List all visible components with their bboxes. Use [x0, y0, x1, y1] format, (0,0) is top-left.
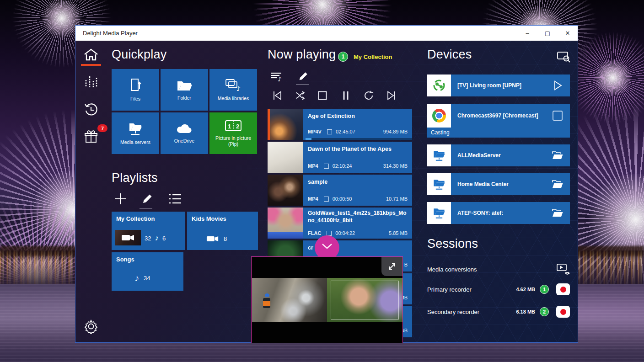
edit-playlist-button[interactable] [140, 191, 155, 207]
stop-casting-button[interactable] [552, 110, 564, 122]
recorder-count-badge: 1 [540, 285, 549, 294]
media-libraries-icon: ♪ [225, 78, 242, 92]
network-folder-icon [427, 202, 451, 224]
queue-icon[interactable]: ♪ [269, 70, 284, 83]
previous-button[interactable] [270, 89, 284, 102]
media-conversions-label: Media conversions [427, 266, 477, 273]
maximize-button[interactable]: ▢ [537, 26, 558, 41]
media-format: MP4 [308, 196, 318, 202]
media-duration: 02:10:24 [333, 163, 352, 169]
sidebar-item-home[interactable] [82, 46, 100, 64]
now-playing-count-badge: 1 [338, 52, 348, 62]
svg-text:♪: ♪ [278, 76, 281, 82]
tile-label: Files [130, 96, 140, 102]
sidebar-item-history[interactable] [82, 101, 100, 119]
quickplay-tile-pip[interactable]: 12 Picture in picture (Pip) [209, 112, 257, 154]
device-row-home-media-center[interactable]: Home Media Center [427, 173, 570, 195]
pip-video-frame [327, 278, 402, 322]
playlist-name: My Collection [116, 215, 155, 222]
stop-state-icon [327, 129, 332, 134]
recorder-size: 4.62 MB [516, 287, 535, 292]
chevron-down-icon [321, 243, 333, 250]
repeat-button[interactable] [362, 89, 376, 102]
media-size: 314.30 MB [383, 163, 408, 169]
edit-queue-button[interactable] [296, 69, 311, 83]
playlist-tile-my-collection[interactable]: My Collection 32 ♪ 6 [112, 212, 185, 250]
sidebar-item-settings[interactable] [82, 317, 100, 335]
media-conversions-row[interactable]: Media conversions [427, 262, 570, 276]
minimize-button[interactable]: – [517, 26, 537, 41]
stop-button[interactable] [316, 89, 329, 102]
close-button[interactable]: ✕ [558, 26, 578, 41]
playback-progress[interactable] [306, 138, 412, 140]
recorder-name: Primary recorder [427, 286, 472, 293]
browse-server-button[interactable] [552, 178, 564, 190]
browse-server-button[interactable] [552, 149, 564, 161]
stop-state-icon [324, 197, 329, 202]
tile-label: Media servers [120, 139, 150, 145]
video-preview-overlay[interactable] [251, 256, 403, 343]
quickplay-tile-media-libraries[interactable]: ♪ Media libraries [209, 69, 257, 111]
media-size: 994.89 MB [383, 129, 408, 134]
media-format: MP4V [308, 129, 322, 134]
expand-icon [386, 261, 397, 272]
now-playing-playlist-name: My Collection [354, 53, 392, 60]
network-folder-icon [427, 173, 451, 195]
stop-state-icon [324, 164, 329, 169]
shuffle-button[interactable] [293, 89, 307, 102]
onedrive-cloud-icon [175, 122, 193, 135]
tile-label: Folder [177, 95, 191, 101]
browse-server-button[interactable] [552, 207, 564, 219]
tile-label: Picture in picture (Pip) [212, 135, 254, 147]
gift-badge: 7 [97, 124, 107, 132]
video-camera-icon [206, 235, 219, 243]
video-thumbnail [270, 109, 303, 140]
playlist-name: Songs [116, 256, 134, 263]
record-button[interactable] [556, 283, 570, 295]
media-item[interactable]: Dawn of the Planet of the Apes MP4 02:10… [268, 142, 412, 173]
media-conversions-icon[interactable] [556, 263, 570, 275]
device-row-atef-sony[interactable]: ATEF-SONY: atef: [427, 202, 570, 224]
picture-in-picture-icon: 12 [224, 119, 242, 132]
scan-devices-icon[interactable] [556, 50, 571, 64]
expand-preview-button[interactable] [381, 257, 402, 276]
play-on-device-button[interactable] [552, 80, 564, 91]
device-row-chromecast[interactable]: Chromecast3697 [Chromecast] Casting [427, 104, 570, 138]
main-video-frame [252, 278, 327, 322]
sidebar-item-equalizer[interactable] [82, 73, 100, 91]
media-duration: 00:00:50 [333, 196, 352, 202]
media-size: B [404, 262, 408, 267]
add-playlist-button[interactable] [113, 191, 128, 207]
playlist-list-button[interactable] [167, 191, 182, 207]
media-title: sample [308, 178, 408, 186]
recorder-name: Secondary recorder [427, 309, 479, 315]
devices-title: Devices [427, 48, 472, 62]
device-name: Home Media Center [457, 173, 509, 195]
pause-button[interactable] [339, 89, 353, 102]
media-item[interactable]: Age of Extinction MP4V 02:45:07 994.89 M… [268, 109, 412, 140]
media-title: Age of Extinction [308, 112, 408, 120]
climber-figure [265, 293, 269, 297]
video-thumbnail [268, 208, 303, 239]
media-item[interactable]: sample MP4 00:00:50 10.71 MB [268, 175, 412, 206]
playlist-tile-songs[interactable]: Songs ♪ 34 [112, 252, 183, 291]
next-button[interactable] [385, 89, 398, 102]
device-row-tv-living-room[interactable]: [TV] Living room [UPNP] [427, 75, 570, 96]
media-item[interactable]: GoldWave_test1_4m22s_181kbps_Mono_44100H… [268, 208, 412, 239]
playlist-tile-kids-movies[interactable]: Kids Movies 8 [187, 212, 258, 250]
playlist-thumbnail [115, 230, 141, 245]
quickplay-tile-files[interactable]: Files [112, 69, 159, 111]
sidebar-item-gifts[interactable]: 7 [82, 128, 100, 146]
quickplay-tile-folder[interactable]: Folder [161, 69, 208, 111]
record-button[interactable] [556, 306, 570, 318]
title-bar[interactable]: Delight Media Player – ▢ ✕ [75, 26, 578, 41]
quickplay-tile-media-servers[interactable]: Media servers [112, 112, 159, 154]
now-playing-title: Now playing [268, 48, 336, 62]
device-name: ATEF-SONY: atef: [457, 202, 503, 224]
device-row-allmediaserver[interactable]: ALLMediaServer [427, 144, 570, 166]
chrome-logo-icon [427, 104, 451, 128]
media-size: 5.85 MB [389, 230, 408, 236]
quickplay-tile-onedrive[interactable]: OneDrive [161, 112, 208, 154]
record-dot-icon [560, 287, 566, 293]
window-title: Delight Media Player [83, 30, 138, 37]
